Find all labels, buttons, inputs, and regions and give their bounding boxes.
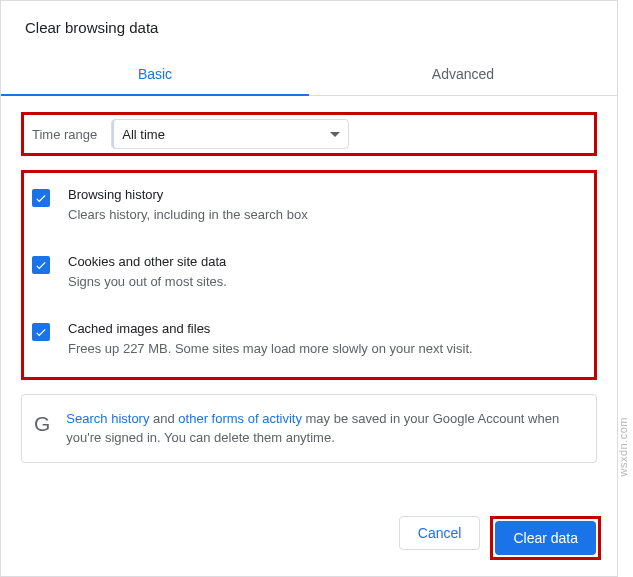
tabs: Basic Advanced xyxy=(1,54,617,96)
google-account-info: G Search history and other forms of acti… xyxy=(21,394,597,463)
time-range-label: Time range xyxy=(32,127,97,142)
checkbox-browsing-history[interactable] xyxy=(32,189,50,207)
check-icon xyxy=(34,191,48,205)
option-desc: Clears history, including in the search … xyxy=(68,206,586,224)
clear-data-button[interactable]: Clear data xyxy=(495,521,596,555)
clear-browsing-data-dialog: Clear browsing data Basic Advanced Time … xyxy=(0,0,618,577)
link-other-activity[interactable]: other forms of activity xyxy=(178,411,302,426)
time-range-select[interactable]: All time xyxy=(111,119,349,149)
checkbox-cookies[interactable] xyxy=(32,256,50,274)
checkbox-cache[interactable] xyxy=(32,323,50,341)
google-logo-icon: G xyxy=(34,413,50,434)
info-text: Search history and other forms of activi… xyxy=(66,409,580,448)
chevron-down-icon xyxy=(330,132,340,137)
option-browsing-history: Browsing history Clears history, includi… xyxy=(32,187,586,224)
option-desc: Signs you out of most sites. xyxy=(68,273,586,291)
option-title: Cached images and files xyxy=(68,321,586,336)
option-title: Browsing history xyxy=(68,187,586,202)
tab-advanced[interactable]: Advanced xyxy=(309,54,617,95)
option-desc: Frees up 227 MB. Some sites may load mor… xyxy=(68,340,586,358)
option-cache: Cached images and files Frees up 227 MB.… xyxy=(32,321,586,358)
option-text: Cookies and other site data Signs you ou… xyxy=(68,254,586,291)
dialog-body: Time range All time Browsing history Cle… xyxy=(1,96,617,502)
dialog-footer: Cancel Clear data xyxy=(1,502,617,576)
check-icon xyxy=(34,258,48,272)
option-cookies: Cookies and other site data Signs you ou… xyxy=(32,254,586,291)
time-range-row: Time range All time xyxy=(21,112,597,156)
time-range-value: All time xyxy=(122,127,165,142)
highlight-clear-data: Clear data xyxy=(490,516,601,560)
options-group: Browsing history Clears history, includi… xyxy=(21,170,597,380)
link-search-history[interactable]: Search history xyxy=(66,411,149,426)
watermark: wsxdn.com xyxy=(617,417,629,477)
option-text: Cached images and files Frees up 227 MB.… xyxy=(68,321,586,358)
tab-basic[interactable]: Basic xyxy=(1,54,309,95)
cancel-button[interactable]: Cancel xyxy=(399,516,481,550)
dialog-title: Clear browsing data xyxy=(1,1,617,54)
option-title: Cookies and other site data xyxy=(68,254,586,269)
check-icon xyxy=(34,325,48,339)
option-text: Browsing history Clears history, includi… xyxy=(68,187,586,224)
